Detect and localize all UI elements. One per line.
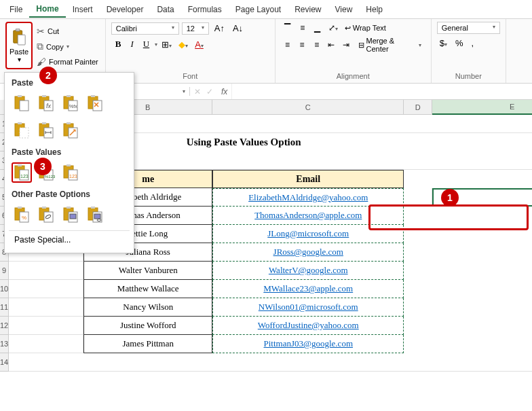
paste-section-label: Paste xyxy=(9,77,130,92)
menu-help[interactable]: Help xyxy=(359,2,390,17)
row-header-11[interactable]: 11 xyxy=(0,298,9,317)
menu-formulas[interactable]: Formulas xyxy=(181,2,229,17)
paste-special-button[interactable]: Paste Special... xyxy=(9,230,130,249)
other-paste-section-label: Other Paste Options xyxy=(9,188,130,203)
scissors-icon: ✂ xyxy=(37,26,45,37)
cell-d5[interactable] xyxy=(404,188,432,207)
borders-button[interactable]: ⊞▾ xyxy=(159,38,174,51)
cell-c13[interactable]: PittmanJ03@google.com xyxy=(212,335,404,353)
row-header-13[interactable]: 13 xyxy=(0,335,9,353)
confirm-formula-icon[interactable]: ✓ xyxy=(206,87,213,96)
cell-c10[interactable]: MWallace23@apple.com xyxy=(212,280,404,298)
menu-file[interactable]: File xyxy=(3,2,29,17)
cell-b9[interactable]: Walter Vanburen xyxy=(83,262,212,280)
chevron-down-icon: ▾ xyxy=(18,56,21,63)
font-name-select[interactable]: Calibri▾ xyxy=(111,22,179,35)
cell-c6[interactable]: ThomasAnderson@apple.com xyxy=(212,207,404,225)
number-format-select[interactable]: General▾ xyxy=(437,22,500,34)
cell-c9[interactable]: WalterV@google.com xyxy=(212,262,404,280)
menu-view[interactable]: View xyxy=(328,2,360,17)
copy-button[interactable]: ⧉Copy ▾ xyxy=(35,39,100,54)
paste-formulas-numbers-option[interactable]: %fx xyxy=(60,93,81,113)
merge-icon: ⊟ xyxy=(358,41,364,50)
svg-text:%123: %123 xyxy=(45,175,55,179)
font-group-label: Font xyxy=(111,71,269,80)
copy-icon: ⧉ xyxy=(37,41,43,52)
svg-rect-43 xyxy=(42,207,46,209)
menu-bar: File Home Insert Developer Data Formulas… xyxy=(0,0,532,19)
align-middle-button[interactable]: ≡ xyxy=(296,22,309,34)
merge-center-button[interactable]: ⊟Merge & Center ▾ xyxy=(354,35,425,54)
percent-button[interactable]: % xyxy=(453,37,466,50)
cell-c8[interactable]: JRoss@google.com xyxy=(212,243,404,262)
col-header-c[interactable]: C xyxy=(212,100,404,115)
font-color-button[interactable]: A▾ xyxy=(192,38,206,51)
paste-no-borders-option[interactable] xyxy=(12,120,32,141)
font-size-select[interactable]: 12▾ xyxy=(182,22,209,35)
align-bottom-button[interactable]: ▁ xyxy=(311,22,324,34)
col-header-d[interactable]: D xyxy=(404,100,432,115)
paste-linked-picture-option[interactable] xyxy=(85,204,105,225)
paste-all-option[interactable] xyxy=(12,93,32,113)
currency-button[interactable]: $▾ xyxy=(437,37,450,50)
ribbon-alignment-group: ▔ ≡ ▁ ⤢▾ ↩Wrap Text ≡ ≡ ≡ ⇤ ⇥ ⊟Merge & C… xyxy=(276,19,432,83)
cut-label: Cut xyxy=(48,27,59,35)
fill-color-button[interactable]: ◆▾ xyxy=(176,38,191,51)
paste-link-option[interactable] xyxy=(36,204,56,225)
cell-b13[interactable]: James Pittman xyxy=(83,335,212,353)
cell-c7[interactable]: JLong@microsoft.com xyxy=(212,225,404,243)
cell-c5[interactable]: ElizabethMAldridge@yahoo.com xyxy=(212,188,404,207)
paste-formatting-option[interactable]: % xyxy=(12,204,32,225)
paste-transpose-option[interactable] xyxy=(60,120,81,141)
cell-b11[interactable]: Nancy Wilson xyxy=(83,298,212,317)
align-center-button[interactable]: ≡ xyxy=(295,39,309,51)
decrease-font-button[interactable]: A↓ xyxy=(230,22,246,35)
cancel-formula-icon[interactable]: ✕ xyxy=(194,87,201,96)
orientation-button[interactable]: ⤢▾ xyxy=(326,22,339,34)
menu-page-layout[interactable]: Page Layout xyxy=(229,2,288,17)
fx-button[interactable]: fx xyxy=(217,87,231,96)
svg-text:%fx: %fx xyxy=(69,104,77,109)
align-left-button[interactable]: ≡ xyxy=(281,39,294,51)
increase-indent-button[interactable]: ⇥ xyxy=(339,39,353,51)
row-header-12[interactable]: 12 xyxy=(0,317,9,335)
row-header-14[interactable]: 14 xyxy=(0,353,9,372)
cell-b12[interactable]: Justine Wofford xyxy=(83,317,212,335)
increase-font-button[interactable]: A↑ xyxy=(212,22,227,35)
paste-button[interactable]: Paste ▾ xyxy=(5,22,33,69)
header-email[interactable]: Email xyxy=(212,170,404,188)
paste-values-option[interactable]: 123 xyxy=(12,162,32,183)
comma-button[interactable]: , xyxy=(469,37,477,50)
decrease-indent-button[interactable]: ⇤ xyxy=(324,39,338,51)
svg-rect-18 xyxy=(18,122,22,124)
wrap-text-button[interactable]: ↩Wrap Text xyxy=(341,22,390,34)
menu-data[interactable]: Data xyxy=(150,2,180,17)
svg-rect-27 xyxy=(18,164,22,166)
menu-developer[interactable]: Developer xyxy=(100,2,151,17)
svg-rect-1 xyxy=(16,29,20,31)
wrap-icon: ↩ xyxy=(345,24,351,33)
svg-rect-49 xyxy=(70,214,76,219)
cell-c12[interactable]: WoffordJustine@yahoo.com xyxy=(212,317,404,335)
paste-picture-option[interactable] xyxy=(60,204,81,225)
cut-button[interactable]: ✂Cut xyxy=(35,24,100,38)
menu-insert[interactable]: Insert xyxy=(66,2,100,17)
align-right-button[interactable]: ≡ xyxy=(310,39,324,51)
menu-home[interactable]: Home xyxy=(29,1,65,18)
row-header-9[interactable]: 9 xyxy=(0,262,9,280)
bold-button[interactable]: B xyxy=(111,37,126,51)
col-header-e[interactable]: E xyxy=(432,100,532,115)
alignment-group-label: Alignment xyxy=(281,71,425,80)
paste-column-widths-option[interactable] xyxy=(36,120,56,141)
cell-c11[interactable]: NWilson01@microsoft.com xyxy=(212,298,404,317)
formula-input[interactable] xyxy=(231,84,532,99)
cell-b10[interactable]: Matthew Wallace xyxy=(83,280,212,298)
paste-values-source-option[interactable]: 123 xyxy=(60,162,81,183)
align-top-button[interactable]: ▔ xyxy=(281,22,294,34)
underline-button[interactable]: U xyxy=(139,37,153,51)
italic-button[interactable]: I xyxy=(126,37,137,51)
paste-keep-source-option[interactable] xyxy=(85,93,105,113)
row-header-10[interactable]: 10 xyxy=(0,280,9,298)
paste-formulas-option[interactable]: fx xyxy=(36,93,56,113)
menu-review[interactable]: Review xyxy=(288,2,328,17)
